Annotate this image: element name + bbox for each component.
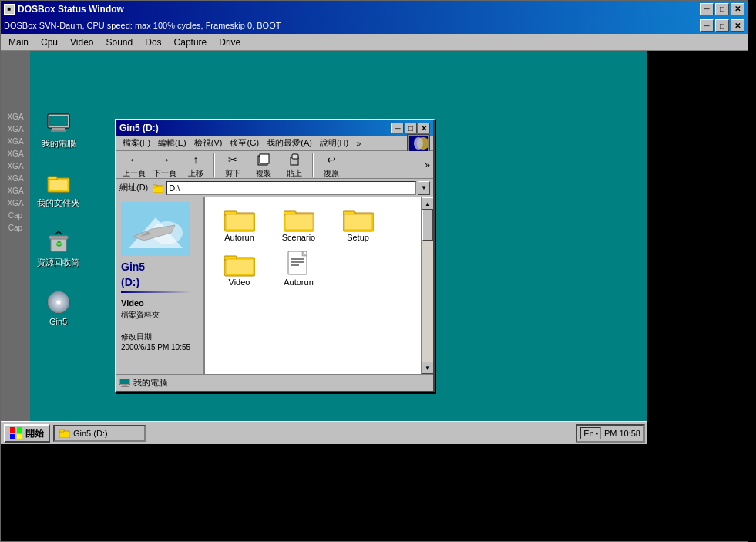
file-autorun[interactable]: Autorun xyxy=(274,251,324,287)
copy-icon xyxy=(255,151,272,168)
address-dropdown-button[interactable]: ▼ xyxy=(418,181,430,195)
folder-autorun-icon xyxy=(224,207,255,233)
scrollbar-thumb[interactable] xyxy=(422,210,433,241)
desktop-icon-recycle[interactable]: ♻ 資源回收筒 xyxy=(33,230,83,269)
date-value: 2000/6/15 PM 10:55 xyxy=(121,343,190,352)
copy-label: 複製 xyxy=(256,168,271,179)
scrollbar-up-button[interactable]: ▲ xyxy=(422,197,433,210)
toolbar-expand-icon[interactable]: » xyxy=(425,160,430,170)
taskbar: 開始 Gin5 (D:) En xyxy=(1,421,648,444)
menu-drive[interactable]: Drive xyxy=(214,35,245,49)
svg-rect-17 xyxy=(260,154,269,163)
drive-image xyxy=(121,202,190,256)
menu-capture[interactable]: Capture xyxy=(170,35,212,49)
exp-menu-file[interactable]: 檔案(F) xyxy=(119,136,153,150)
folder-video-icon xyxy=(224,251,255,278)
svg-point-12 xyxy=(56,300,61,305)
menu-dos[interactable]: Dos xyxy=(140,35,166,49)
up-label: 上移 xyxy=(188,168,203,179)
explorer-toolbar: ← 上一頁 → 下一頁 ↑ 上移 ✂ xyxy=(116,151,433,179)
taskbar-folder-icon xyxy=(59,429,70,438)
exp-menu-favorites[interactable]: 我的最愛(A) xyxy=(264,136,315,150)
folder-video-label: Video xyxy=(229,278,250,287)
scrollbar-down-button[interactable]: ▼ xyxy=(422,362,433,374)
svg-rect-19 xyxy=(292,154,298,159)
exp-menu-edit[interactable]: 編輯(E) xyxy=(155,136,190,150)
exp-menu-view[interactable]: 檢視(V) xyxy=(191,136,226,150)
address-label: 網址(D) xyxy=(119,182,148,194)
toolbar-separator-2 xyxy=(312,153,314,177)
svg-rect-47 xyxy=(17,427,22,433)
sidebar-label-cap-0: Cap xyxy=(8,210,22,222)
explorer-main-area: Gin5 (D:) Video 檔案資料夾 修改日期 2000/6/15 PM … xyxy=(116,197,433,374)
dosbox-restore-button[interactable]: □ xyxy=(715,3,729,15)
explorer-scrollbar: ▲ ▼ xyxy=(421,197,433,374)
folder-autorun[interactable]: Autorun xyxy=(214,207,264,242)
toolbar-paste-button[interactable]: 貼上 xyxy=(280,150,309,180)
menu-main[interactable]: Main xyxy=(4,35,33,49)
dosbox-app-icon: ■ xyxy=(4,4,15,15)
svg-rect-49 xyxy=(17,434,22,439)
explorer-close-button[interactable]: ✕ xyxy=(418,123,430,133)
sidebar-label-cap-1: Cap xyxy=(8,222,22,234)
explorer-statusbar: 我的電腦 xyxy=(116,374,433,391)
dosbox-content-area: XGA XGA XGA XGA XGA XGA XGA XGA Cap Cap xyxy=(1,51,748,541)
desktop-icon-myfolder[interactable]: 我的文件夾 xyxy=(33,170,83,210)
back-label: 上一頁 xyxy=(123,168,146,179)
svg-rect-33 xyxy=(344,214,372,230)
desktop-icon-gin5[interactable]: Gin5 xyxy=(33,290,83,327)
folder-setup[interactable]: Setup xyxy=(333,207,383,242)
scrollbar-track[interactable] xyxy=(422,210,433,362)
sidebar-labels: XGA XGA XGA XGA XGA XGA XGA XGA Cap Cap xyxy=(1,51,30,444)
gin5-icon xyxy=(46,290,71,315)
taskbar-item-gin5[interactable]: Gin5 (D:) xyxy=(53,425,146,442)
explorer-minimize-button[interactable]: ─ xyxy=(391,123,404,133)
folder-setup-label: Setup xyxy=(347,233,369,242)
back-icon: ← xyxy=(126,151,143,168)
panel-divider xyxy=(121,291,191,293)
toolbar-copy-button[interactable]: 複製 xyxy=(249,150,278,180)
win98-desktop: XGA XGA XGA XGA XGA XGA XGA XGA Cap Cap xyxy=(1,51,648,444)
panel-info: Video 檔案資料夾 修改日期 2000/6/15 PM 10:55 xyxy=(121,298,190,352)
folder-video[interactable]: Video xyxy=(214,251,264,287)
language-indicator[interactable]: En ▪ xyxy=(580,427,601,439)
dosbox-inner-window: DOSBox SVN-Daum, CPU speed: max 100% cyc… xyxy=(1,17,748,541)
dosbox-outer-window: ■ DOSBox Status Window ─ □ ✕ DOSBox SVN-… xyxy=(0,0,748,542)
sidebar-label-6: XGA xyxy=(7,185,23,197)
drive-title: Gin5 xyxy=(121,261,145,273)
svg-rect-36 xyxy=(226,259,254,274)
dosbox-inner-close-button[interactable]: ✕ xyxy=(731,19,744,32)
menu-video[interactable]: Video xyxy=(66,35,98,49)
toolbar-cut-button[interactable]: ✂ 剪下 xyxy=(218,150,247,180)
sidebar-label-0: XGA xyxy=(7,111,23,123)
desktop-icon-mycomputer[interactable]: 我的電腦 xyxy=(33,111,83,150)
svg-rect-48 xyxy=(10,434,15,439)
folder-scenario-label: Scenario xyxy=(282,233,315,242)
menu-cpu[interactable]: Cpu xyxy=(36,35,62,49)
toolbar-undo-button[interactable]: ↩ 復原 xyxy=(317,150,346,180)
svg-rect-3 xyxy=(51,130,66,132)
dosbox-minimize-button[interactable]: ─ xyxy=(700,3,714,15)
menu-sound[interactable]: Sound xyxy=(102,35,138,49)
exp-menu-help[interactable]: 說明(H) xyxy=(317,136,351,150)
sidebar-label-7: XGA xyxy=(7,197,23,210)
exp-menu-more[interactable]: » xyxy=(353,138,364,149)
info-type: Video xyxy=(121,298,144,308)
toolbar-forward-button[interactable]: → 下一頁 xyxy=(150,150,180,180)
explorer-maximize-button[interactable]: □ xyxy=(405,123,417,133)
toolbar-back-button[interactable]: ← 上一頁 xyxy=(119,150,149,180)
toolbar-up-button[interactable]: ↑ 上移 xyxy=(181,150,210,180)
dosbox-close-button[interactable]: ✕ xyxy=(731,3,744,15)
file-autorun-label: Autorun xyxy=(284,278,314,287)
dosbox-inner-maximize-button[interactable]: □ xyxy=(715,19,729,32)
undo-icon: ↩ xyxy=(323,151,340,168)
start-button[interactable]: 開始 xyxy=(4,424,50,443)
svg-rect-6 xyxy=(49,180,68,190)
dosbox-inner-minimize-button[interactable]: ─ xyxy=(700,19,714,32)
folder-scenario[interactable]: Scenario xyxy=(274,207,324,242)
tray-time: PM 10:58 xyxy=(604,429,640,438)
taskbar-items: Gin5 (D:) xyxy=(53,425,573,442)
address-input[interactable] xyxy=(166,181,416,195)
sidebar-label-1: XGA xyxy=(7,123,23,136)
exp-menu-goto[interactable]: 移至(G) xyxy=(227,136,262,150)
